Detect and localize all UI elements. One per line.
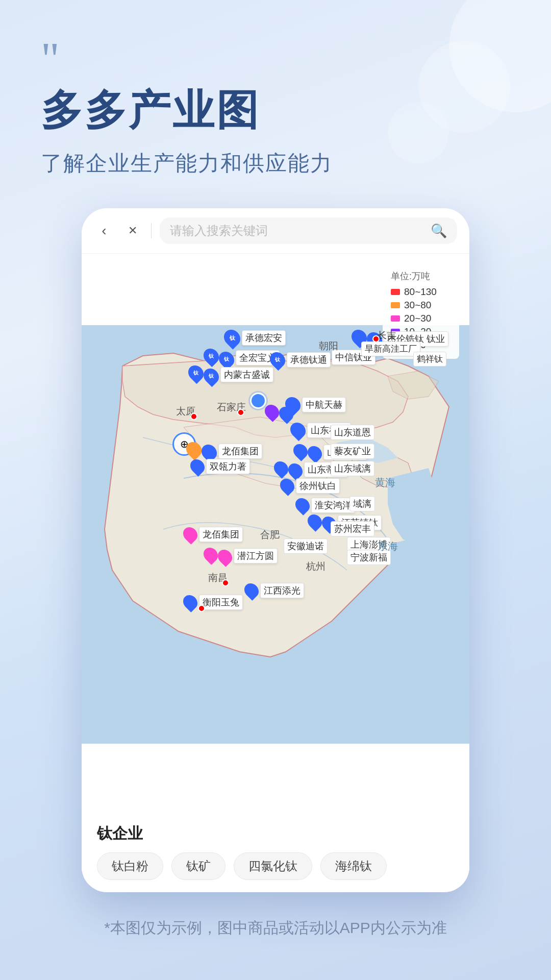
- legend-unit: 单位:万吨: [391, 270, 451, 282]
- phone-container: ‹ ✕ 请输入搜索关键词 🔍: [0, 208, 551, 892]
- label-黄海: 黄海: [375, 476, 395, 489]
- label-山东域漓[interactable]: 山东域漓: [331, 461, 374, 476]
- legend-item-2: 30~80: [391, 300, 451, 311]
- tag-钛白粉[interactable]: 钛白粉: [97, 852, 163, 880]
- label-潜江方圆: 潜江方圆: [234, 548, 278, 564]
- pin-承德宏安[interactable]: 钛 承德宏安: [224, 329, 286, 347]
- red-dot-hengyang: [198, 605, 205, 612]
- phone-mockup: ‹ ✕ 请输入搜索关键词 🔍: [82, 208, 469, 892]
- pin-双瓴力著[interactable]: 双瓴力著: [191, 459, 250, 474]
- footer-disclaimer: *本图仅为示例，图中商品或活动以APP内公示为准: [0, 902, 551, 954]
- label-双瓴力著: 双瓴力著: [206, 459, 250, 474]
- label-龙佰集团-2: 龙佰集团: [199, 527, 243, 542]
- tag-海绵钛[interactable]: 海绵钛: [320, 852, 387, 880]
- label-山东道恩[interactable]: 山东道恩: [331, 425, 374, 440]
- label-安徽迪诺[interactable]: 安徽迪诺: [284, 538, 328, 554]
- bottom-panel: 钛企业 钛白粉 钛矿 四氯化钛 海绵钛: [82, 813, 469, 892]
- label-合肥: 合肥: [260, 528, 280, 542]
- legend-item-3: 20~30: [391, 313, 451, 324]
- label-藜友矿业[interactable]: 藜友矿业: [331, 444, 374, 459]
- legend-item-1: 80~130: [391, 286, 451, 298]
- label-苏州宏丰[interactable]: 苏州宏丰: [331, 521, 374, 536]
- main-title: 多多产业图: [41, 83, 520, 139]
- pin-衡阳玉兔[interactable]: 衡阳玉兔: [184, 595, 243, 610]
- back-button[interactable]: ‹: [94, 223, 114, 239]
- pin-淮安鸿洋[interactable]: 淮安鸿洋: [296, 498, 355, 513]
- label-龙佰集团-1: 龙佰集团: [218, 444, 262, 459]
- search-icon[interactable]: 🔍: [431, 223, 447, 239]
- legend-color-3: [391, 315, 400, 322]
- label-中航天赫: 中航天赫: [302, 397, 346, 412]
- label-杭州: 杭州: [306, 560, 325, 573]
- label-承德钛通: 承德钛通: [287, 352, 331, 368]
- label-朝阳: 朝阳: [319, 339, 338, 353]
- label-旱新高洼工厂[interactable]: 旱新高洼工厂: [361, 341, 420, 356]
- quote-icon: ": [41, 41, 520, 78]
- close-button[interactable]: ✕: [122, 224, 143, 237]
- legend-label-3: 20~30: [404, 313, 431, 324]
- label-衡阳玉兔: 衡阳玉兔: [199, 595, 243, 610]
- pin-江西添光[interactable]: 江西添光: [245, 583, 304, 598]
- pin-tianjin-cluster: [265, 404, 293, 422]
- label-内蒙古盛诚: 内蒙古盛诚: [220, 367, 273, 382]
- pin-承德钛通[interactable]: 钛 承德钛通: [270, 352, 331, 368]
- map-area: 单位:万吨 80~130 30~80 20~30 10~20: [82, 254, 469, 815]
- search-bar: ‹ ✕ 请输入搜索关键词 🔍: [82, 208, 469, 254]
- label-长吉: 长吉: [378, 329, 396, 341]
- tags-row: 钛白粉 钛矿 四氯化钛 海绵钛: [97, 852, 454, 880]
- legend-color-2: [391, 302, 400, 308]
- label-江西添光: 江西添光: [260, 583, 304, 598]
- location-marker: [250, 393, 266, 409]
- label-东海: 东海: [378, 540, 398, 553]
- red-dot-taiyuan: [190, 413, 197, 420]
- pin-内蒙古盛诚[interactable]: 钛 钛 内蒙古盛诚: [189, 365, 273, 384]
- tag-四氯化钛[interactable]: 四氯化钛: [234, 852, 312, 880]
- sub-title: 了解企业生产能力和供应能力: [41, 149, 520, 178]
- bottom-panel-title: 钛企业: [97, 823, 454, 844]
- search-placeholder: 请输入搜索关键词: [170, 223, 425, 239]
- header-section: " 多多产业图 了解企业生产能力和供应能力: [0, 0, 551, 198]
- label-淮安鸿洋: 淮安鸿洋: [311, 498, 355, 513]
- red-dot-shijiazhuang: [237, 409, 244, 416]
- legend-label-2: 30~80: [404, 300, 431, 311]
- label-徐州钛白: 徐州钛白: [296, 478, 340, 494]
- legend-label-1: 80~130: [404, 286, 437, 298]
- pin-龙佰集团-1[interactable]: 龙佰集团: [187, 442, 262, 460]
- red-dot-nanchang: [222, 579, 229, 586]
- label-域漓[interactable]: 域漓: [349, 496, 375, 511]
- label-鹤祥钛[interactable]: 鹤祥钛: [413, 352, 446, 366]
- pin-潜江方圆[interactable]: 潜江方圆: [204, 547, 278, 565]
- label-承德宏安: 承德宏安: [242, 330, 286, 346]
- legend-color-1: [391, 289, 400, 295]
- search-input-area[interactable]: 请输入搜索关键词 🔍: [160, 217, 457, 244]
- tag-钛矿[interactable]: 钛矿: [171, 852, 226, 880]
- pin-龙佰集团-2[interactable]: 龙佰集团: [184, 527, 243, 542]
- pin-徐州钛白[interactable]: 徐州钛白: [281, 478, 340, 494]
- pin-中航天赫[interactable]: 中航天赫: [286, 397, 346, 413]
